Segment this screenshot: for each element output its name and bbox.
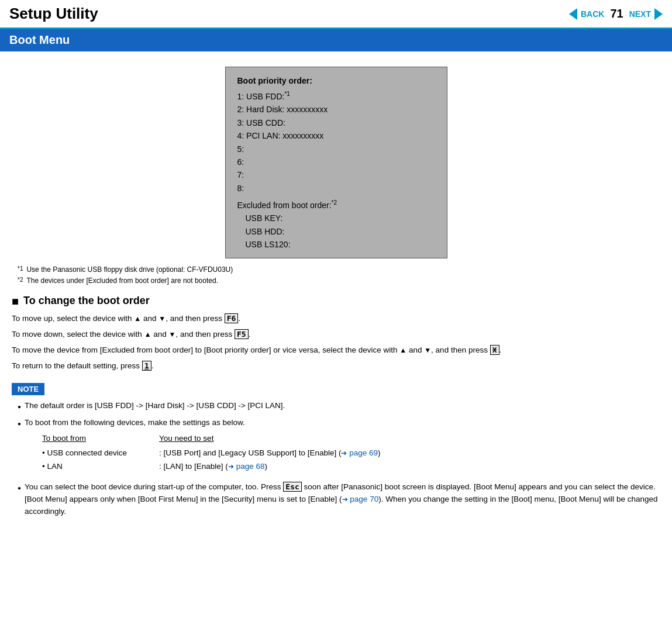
page-70-link[interactable]: page 70 [350, 495, 378, 503]
down-arrow-icon-2: ▼ [169, 329, 176, 340]
excluded-item-1: USB KEY: [246, 212, 435, 225]
footnote-text-1: Use the Panasonic USB floppy disk drive … [26, 265, 233, 275]
footnote-text-2: The devices under [Excluded from boot or… [26, 277, 218, 286]
note-bullet-2-text: To boot from the following devices, make… [25, 417, 381, 477]
note-bullet-1-text: The default order is [USB FDD] -> [Hard … [25, 400, 285, 412]
footnote-marker-1: *1 [18, 265, 23, 275]
down-arrow-icon-3: ▼ [424, 345, 431, 356]
boot-from-header: To boot from You need to set [42, 433, 381, 445]
boot-item-4: 4: PCI LAN: xxxxxxxxxx [237, 129, 435, 142]
esc-key: Esc [283, 482, 301, 492]
back-button[interactable]: BACK [581, 9, 604, 19]
main-content: Boot priority order: 1: USB FDD:*1 2: Ha… [0, 61, 672, 528]
boot-from-col1-header: To boot from [42, 433, 159, 445]
next-arrow-icon [654, 8, 663, 20]
para-move-up: To move up, select the device with ▲ and… [12, 313, 660, 325]
boot-from-row1-col1: • USB connected device [42, 447, 159, 460]
para-default: To return to the default setting, press … [12, 360, 660, 372]
boot-from-row2-col1: • LAN [42, 461, 159, 473]
footnote-1: *1 Use the Panasonic USB floppy disk dri… [18, 265, 660, 275]
excluded-title: Excluded from boot order:*2 [237, 198, 435, 212]
note-label: NOTE [12, 383, 44, 395]
page-header: Setup Utility BACK 71 NEXT [0, 0, 672, 29]
boot-from-row-2: • LAN : [LAN] to [Enable] (➔ page 68) [42, 461, 381, 473]
boot-from-row-1: • USB connected device : [USB Port] and … [42, 447, 381, 460]
note-list: The default order is [USB FDD] -> [Hard … [12, 400, 660, 517]
footnotes: *1 Use the Panasonic USB floppy disk dri… [12, 265, 660, 286]
boot-priority-table: Boot priority order: 1: USB FDD:*1 2: Ha… [225, 67, 447, 258]
back-arrow-icon [569, 8, 577, 20]
page-number: 71 [610, 7, 623, 20]
navigation: BACK 71 NEXT [569, 7, 663, 20]
boot-item-6: 6: [237, 156, 435, 168]
excluded-item-2: USB HDD: [246, 225, 435, 238]
arrow-link-70: ➔ [342, 495, 348, 503]
para-move-down: To move down, select the device with ▲ a… [12, 329, 660, 341]
down-arrow-icon: ▼ [158, 313, 166, 324]
next-button[interactable]: NEXT [629, 9, 651, 19]
up-arrow-icon-2: ▲ [144, 329, 151, 340]
note-bullet-3-text: You can select the boot device during st… [25, 481, 660, 518]
app-title: Setup Utility [9, 5, 98, 23]
x-key: X [490, 345, 499, 355]
f6-key: F6 [225, 313, 239, 323]
boot-table-title: Boot priority order: [237, 74, 435, 87]
f5-key: F5 [235, 329, 249, 339]
up-arrow-icon-3: ▲ [399, 345, 406, 356]
boot-from-row2-col2: : [LAN] to [Enable] (➔ page 68) [159, 461, 381, 473]
footnote-2: *2 The devices under [Excluded from boot… [18, 277, 660, 286]
up-arrow-icon: ▲ [134, 313, 141, 324]
note-bullet-3: You can select the boot device during st… [18, 481, 660, 518]
page-68-link[interactable]: page 68 [236, 462, 265, 471]
boot-item-5: 5: [237, 143, 435, 156]
page-69-link[interactable]: page 69 [349, 448, 378, 457]
arrow-link-69: ➔ [341, 449, 347, 457]
para-move-excluded: To move the device from [Excluded from b… [12, 344, 660, 357]
1-key: 1 [142, 361, 151, 371]
boot-item-2: 2: Hard Disk: xxxxxxxxxx [237, 103, 435, 116]
boot-item-3: 3: USB CDD: [237, 116, 435, 129]
footnote-marker-2: *2 [18, 277, 23, 286]
boot-from-col2-header: You need to set [159, 433, 213, 445]
excluded-item-3: USB LS120: [246, 238, 435, 251]
arrow-link-68: ➔ [228, 462, 234, 471]
boot-item-7: 7: [237, 168, 435, 181]
boot-from-table: To boot from You need to set • USB conne… [42, 433, 381, 473]
boot-item-8: 8: [237, 182, 435, 195]
note-bullet-2: To boot from the following devices, make… [18, 417, 660, 477]
boot-item-1: 1: USB FDD:*1 [237, 89, 435, 103]
boot-from-row1-col2: : [USB Port] and [Legacy USB Support] to… [159, 447, 381, 460]
boot-table-container: Boot priority order: 1: USB FDD:*1 2: Ha… [12, 67, 660, 258]
change-boot-order-heading: To change the boot order [12, 295, 660, 307]
section-title: Boot Menu [0, 29, 672, 51]
note-bullet-1: The default order is [USB FDD] -> [Hard … [18, 400, 660, 412]
